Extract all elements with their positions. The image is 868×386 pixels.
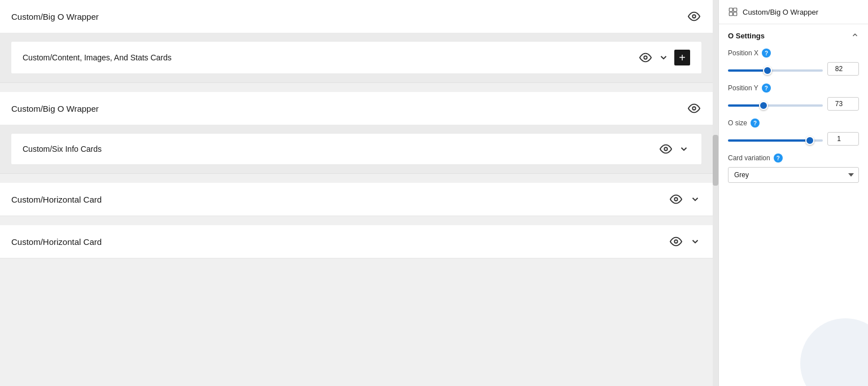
inner-content-2: Custom/Six Info Cards	[0, 125, 713, 173]
o-size-slider-container	[728, 134, 823, 144]
component-icon	[728, 7, 738, 17]
standalone-block-4: Custom/Horizontal Card	[0, 225, 713, 258]
visibility-toggle-4[interactable]	[669, 234, 683, 249]
child-visibility-2[interactable]	[658, 142, 673, 156]
visibility-toggle-1[interactable]	[687, 9, 701, 24]
position-x-help[interactable]: ?	[762, 49, 771, 58]
spacer-1	[0, 83, 713, 92]
expand-toggle-3[interactable]	[689, 193, 701, 205]
add-child-btn-1[interactable]: +	[674, 50, 690, 65]
svg-point-5	[674, 240, 678, 243]
position-y-help[interactable]: ?	[762, 84, 771, 93]
position-x-slider-container	[728, 64, 823, 74]
child-title-1: Custom/Content, Images, And Stats Cards	[23, 53, 172, 62]
o-size-field: O size ?	[728, 119, 859, 146]
position-x-slider[interactable]	[728, 69, 823, 72]
standalone-header-3: Custom/Horizontal Card	[0, 183, 713, 216]
standalone-title-3: Custom/Horizontal Card	[11, 195, 102, 204]
collapse-section-btn[interactable]	[851, 31, 859, 41]
wrapper-title-1: Custom/Big O Wrapper	[11, 12, 99, 21]
visibility-toggle-2[interactable]	[687, 101, 701, 116]
o-size-label: O size ?	[728, 119, 859, 128]
collapse-icon	[851, 31, 859, 39]
right-panel-bottom	[719, 198, 868, 386]
spacer-2	[0, 174, 713, 183]
standalone-actions-4	[669, 234, 701, 249]
position-x-label: Position X ?	[728, 49, 859, 58]
wrapper-header-2: Custom/Big O Wrapper	[0, 92, 713, 125]
svg-rect-6	[729, 8, 732, 11]
wrapper-block-2: Custom/Big O Wrapper Custom/Six Info Car…	[0, 92, 713, 174]
scrollbar[interactable]	[713, 0, 718, 386]
svg-rect-8	[729, 12, 732, 16]
position-x-slider-row	[728, 62, 859, 76]
spacer-3	[0, 216, 713, 225]
child-expand-2[interactable]	[678, 143, 690, 155]
card-variation-select[interactable]: Grey White Dark Blue	[728, 167, 859, 183]
o-size-input[interactable]	[827, 132, 859, 146]
child-card-2: Custom/Six Info Cards	[11, 134, 701, 164]
section-title: O Settings	[728, 32, 765, 40]
position-y-field: Position Y ?	[728, 84, 859, 111]
position-y-slider-container	[728, 99, 823, 109]
child-actions-2	[658, 142, 690, 156]
child-visibility-1[interactable]	[638, 50, 653, 65]
card-variation-field: Card variation ? Grey White Dark Blue	[728, 153, 859, 183]
svg-rect-7	[734, 8, 737, 11]
scroll-thumb[interactable]	[713, 135, 718, 186]
svg-point-3	[664, 147, 668, 151]
child-title-2: Custom/Six Info Cards	[23, 144, 102, 153]
right-panel-header: Custom/Big O Wrapper	[719, 0, 868, 24]
svg-point-4	[674, 198, 678, 201]
standalone-title-4: Custom/Horizontal Card	[11, 237, 102, 247]
visibility-toggle-3[interactable]	[669, 192, 683, 207]
decorative-circle	[800, 318, 868, 386]
left-panel: Custom/Big O Wrapper Custom/Content, Ima…	[0, 0, 713, 386]
right-panel-title: Custom/Big O Wrapper	[743, 8, 818, 16]
position-x-input[interactable]	[827, 62, 859, 76]
wrapper-title-2: Custom/Big O Wrapper	[11, 104, 99, 113]
svg-rect-9	[734, 12, 737, 16]
wrapper-actions-1	[687, 9, 701, 24]
position-y-label: Position Y ?	[728, 84, 859, 93]
child-expand-1[interactable]	[657, 51, 670, 64]
expand-toggle-4[interactable]	[689, 235, 701, 248]
section-header: O Settings	[728, 31, 859, 41]
wrapper-header-1: Custom/Big O Wrapper	[0, 0, 713, 33]
right-panel: Custom/Big O Wrapper O Settings Position…	[718, 0, 868, 386]
card-variation-help[interactable]: ?	[774, 153, 783, 163]
position-y-slider[interactable]	[728, 104, 823, 107]
standalone-block-3: Custom/Horizontal Card	[0, 183, 713, 216]
position-y-slider-row	[728, 97, 859, 111]
standalone-header-4: Custom/Horizontal Card	[0, 225, 713, 258]
card-variation-label: Card variation ?	[728, 153, 859, 163]
svg-point-1	[644, 56, 647, 59]
standalone-actions-3	[669, 192, 701, 207]
settings-section: O Settings Position X ? Posi	[719, 24, 868, 198]
child-card-1: Custom/Content, Images, And Stats Cards	[11, 42, 701, 73]
o-size-slider-row	[728, 132, 859, 146]
position-y-input[interactable]	[827, 97, 859, 111]
position-x-field: Position X ?	[728, 49, 859, 76]
o-size-slider[interactable]	[728, 139, 823, 142]
inner-content-1: Custom/Content, Images, And Stats Cards	[0, 33, 713, 82]
svg-point-0	[692, 15, 696, 18]
o-size-help[interactable]: ?	[751, 119, 760, 128]
svg-point-2	[692, 107, 696, 110]
wrapper-block-1: Custom/Big O Wrapper Custom/Content, Ima…	[0, 0, 713, 83]
child-actions-1: +	[638, 50, 690, 65]
wrapper-actions-2	[687, 101, 701, 116]
